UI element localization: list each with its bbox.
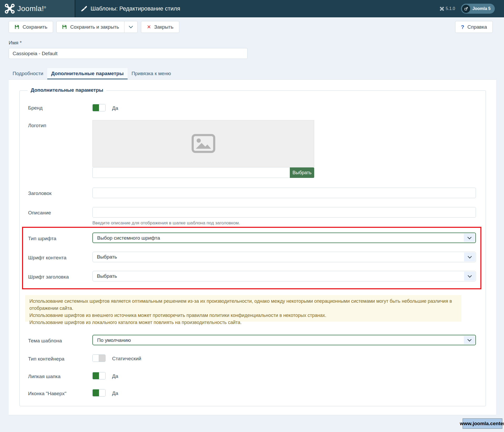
brand-value: Да (112, 105, 118, 111)
font-scheme-select[interactable]: Выбор системного шрифта (92, 233, 476, 243)
tab-advanced[interactable]: Дополнительные параметры (47, 68, 128, 79)
chevron-down-icon (464, 253, 475, 261)
container-type-label: Тип контейнера (28, 356, 64, 362)
help-icon: ? (461, 24, 464, 30)
external-link-icon (462, 5, 470, 13)
watermark: www.joomla.center (463, 418, 502, 429)
image-placeholder-icon (192, 134, 215, 153)
joomla-mini-icon (440, 7, 444, 11)
help-button[interactable]: ? Справка (455, 21, 493, 33)
sticky-header-label: Липкая шапка (28, 374, 61, 379)
description-label: Описание (28, 210, 51, 216)
tab-details[interactable]: Подробности (9, 68, 47, 79)
style-name-label: Имя * (9, 40, 22, 46)
logo-path-input[interactable] (92, 167, 290, 178)
save-close-button[interactable]: Сохранить и закрыть (57, 21, 124, 33)
heading-font-label: Шрифт заголовка (28, 274, 69, 280)
header: Joomla!® Шаблоны: Редактирование стиля 5… (0, 0, 504, 17)
joomla-emblem-icon (5, 4, 15, 14)
tabbar: Подробности Дополнительные параметры При… (9, 68, 496, 80)
fieldset-legend: Дополнительные параметры (28, 87, 106, 93)
save-icon (14, 24, 19, 29)
container-type-toggle[interactable] (92, 354, 106, 362)
logo-label: Логотип (28, 123, 46, 128)
logo-preview (92, 120, 314, 167)
tab-menu-assignment[interactable]: Привязка к меню (128, 68, 175, 79)
content-font-label: Шрифт контента (28, 255, 66, 261)
joomla-logo[interactable]: Joomla!® (0, 0, 76, 17)
advanced-panel: Дополнительные параметры Бренд Да Логоти… (9, 80, 496, 415)
style-name-input[interactable] (9, 48, 248, 59)
theme-label: Тема шаблона (28, 338, 62, 344)
title-input[interactable] (92, 188, 476, 198)
sticky-header-value: Да (112, 373, 118, 379)
advanced-fieldset: Дополнительные параметры Бренд Да Логоти… (19, 90, 486, 406)
theme-select[interactable]: По умолчанию (92, 335, 476, 345)
back-to-top-toggle[interactable] (92, 389, 106, 397)
back-to-top-value: Да (112, 390, 118, 396)
chevron-down-icon (464, 336, 475, 344)
content-font-select[interactable]: Выбрать (92, 252, 476, 262)
font-scheme-label: Тип шрифта (28, 236, 56, 241)
chevron-down-icon (129, 24, 133, 28)
save-button[interactable]: Сохранить (9, 21, 53, 33)
sticky-header-toggle[interactable] (92, 372, 106, 379)
logo-select-button[interactable]: Выбрать (290, 167, 314, 178)
fonts-warning-alert: Использование системных шрифтов является… (25, 295, 461, 322)
save-close-split-button: Сохранить и закрыть (56, 21, 138, 33)
save-dropdown-toggle[interactable] (124, 21, 137, 33)
title-label: Заголовок (28, 191, 51, 196)
back-to-top-label: Иконка "Наверх" (28, 391, 66, 397)
description-hint: Введите описание для отображения в шапке… (92, 220, 240, 226)
close-icon: ✕ (147, 24, 151, 30)
version-label: 5.1.0 (440, 6, 455, 11)
brand-toggle[interactable] (92, 104, 106, 111)
brush-icon (80, 5, 87, 12)
container-type-value: Статический (112, 356, 141, 362)
save-icon (62, 24, 67, 29)
chevron-down-icon (464, 272, 475, 281)
page-title: Шаблоны: Редактирование стиля (80, 0, 180, 17)
close-button[interactable]: ✕ Закрыть (141, 21, 179, 33)
chevron-down-icon (464, 234, 475, 242)
joomla5-button[interactable]: Joomla 5 (461, 4, 495, 14)
heading-font-select[interactable]: Выбрать (92, 271, 476, 281)
description-input[interactable] (92, 207, 476, 218)
logo-wordmark: Joomla!® (17, 4, 46, 13)
brand-label: Бренд (28, 105, 43, 111)
